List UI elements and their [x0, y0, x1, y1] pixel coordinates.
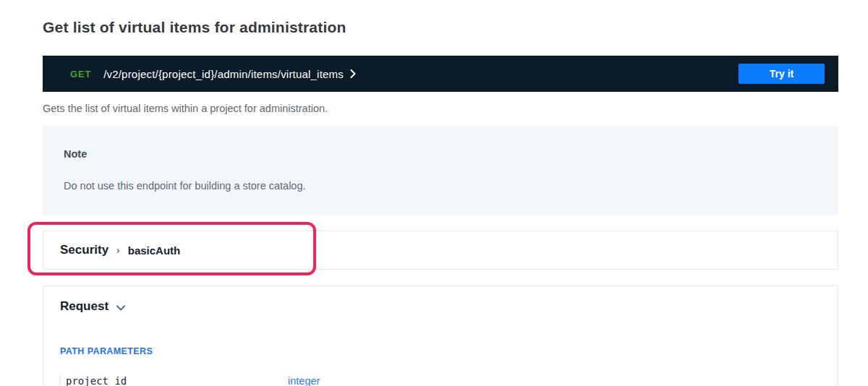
api-doc-page: Get list of virtual items for administra… — [43, 0, 838, 386]
chevron-down-icon — [116, 305, 125, 311]
security-label: Security — [60, 243, 109, 257]
note-callout: Note Do not use this endpoint for buildi… — [43, 126, 838, 215]
path-parameters-heading: PATH PARAMETERS — [60, 346, 838, 357]
parameter-name: project_id — [66, 375, 127, 386]
note-title: Note — [64, 147, 817, 160]
endpoint-path-expander[interactable]: /v2/project/{project_id}/admin/items/vir… — [103, 68, 356, 80]
note-body: Do not use this endpoint for building a … — [64, 179, 817, 192]
chevron-separator-icon: › — [116, 244, 120, 256]
parameter-name-cell: project_id — [60, 374, 288, 386]
page-title: Get list of virtual items for administra… — [43, 19, 838, 36]
http-method-badge: GET — [70, 69, 91, 80]
try-it-button[interactable]: Try it — [739, 64, 825, 84]
chevron-right-icon — [350, 69, 356, 78]
request-section: Request PATH PARAMETERS project_id integ… — [43, 286, 838, 386]
security-row: Security › basicAuth — [43, 231, 838, 270]
endpoint-path: /v2/project/{project_id}/admin/items/vir… — [103, 68, 344, 80]
endpoint-bar: GET /v2/project/{project_id}/admin/items… — [43, 56, 838, 92]
parameter-row: project_id integer — [60, 374, 838, 386]
parameter-type: integer — [288, 374, 320, 386]
request-label: Request — [60, 299, 109, 314]
security-scheme-basicauth[interactable]: basicAuth — [128, 244, 181, 257]
request-section-toggle[interactable]: Request — [60, 299, 169, 314]
endpoint-description: Gets the list of virtual items within a … — [43, 103, 838, 115]
